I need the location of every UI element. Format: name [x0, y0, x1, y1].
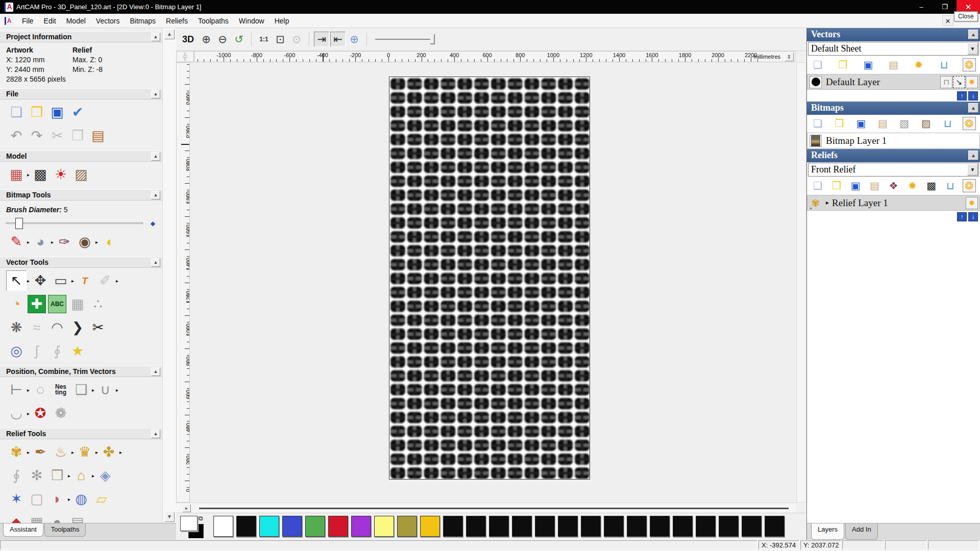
bitmap-layer-row[interactable]: Bitmap Layer 1: [807, 133, 980, 148]
collapse-position-button[interactable]: ▲: [151, 367, 160, 376]
open-model[interactable]: ❒: [27, 102, 47, 122]
bitmap-layer-name[interactable]: Bitmap Layer 1: [826, 135, 887, 146]
zoom-fit[interactable]: ⊡: [273, 32, 288, 47]
artwork-panel[interactable]: [389, 77, 590, 480]
greyscale-relief[interactable]: ▩: [925, 179, 938, 192]
create-rectangle-flyout-arrow[interactable]: ▸: [71, 278, 74, 284]
palette-swatch-7[interactable]: [374, 516, 394, 537]
two-rail-sweep[interactable]: ◈: [95, 465, 115, 486]
lock-layer[interactable]: ⊓: [940, 76, 952, 88]
flood-fill[interactable]: ◕: [30, 232, 51, 252]
relief-library[interactable]: ❒: [47, 465, 67, 486]
palette-swatch-10[interactable]: [443, 516, 463, 537]
offset-vector[interactable]: ❯: [67, 317, 88, 338]
free-sketch[interactable]: ≈: [27, 317, 47, 338]
redo[interactable]: ↷: [27, 126, 47, 146]
star-relief[interactable]: ✶: [6, 489, 27, 509]
move-relief-down-button[interactable]: ↓: [968, 212, 978, 221]
transform-vectors[interactable]: ✥: [30, 270, 51, 291]
drape-relief[interactable]: ◗: [47, 489, 67, 509]
relief-selector-dropdown-icon[interactable]: ▼: [967, 164, 978, 176]
fit-curve[interactable]: ∫: [27, 341, 47, 361]
smooth-curve[interactable]: ∮: [6, 465, 27, 486]
vector-layer-row[interactable]: Default Layer ⊓↘✹: [807, 74, 980, 90]
new-vector-layer[interactable]: ❏: [811, 58, 824, 71]
save-vector-layer[interactable]: ▣: [862, 58, 875, 71]
pick-colour[interactable]: ✑: [54, 232, 75, 252]
interlocking-twist[interactable]: ❁: [51, 403, 71, 423]
scroll-down-button[interactable]: ▼: [164, 512, 175, 522]
menu-reliefs[interactable]: Reliefs: [161, 15, 193, 27]
vector-layer-name[interactable]: Default Layer: [826, 77, 880, 88]
set-model-size-flyout-arrow[interactable]: ▸: [27, 172, 30, 178]
relief-preset-flyout-arrow[interactable]: ▸: [119, 449, 122, 455]
delete-relief-layer[interactable]: ⊔: [944, 179, 957, 192]
smooth-relief-flyout-arrow[interactable]: ▸: [71, 449, 74, 455]
sculpt[interactable]: ✾: [6, 442, 27, 462]
set-model-size[interactable]: ▦: [6, 164, 27, 185]
palette-swatch-24[interactable]: [765, 516, 785, 537]
create-cross[interactable]: ✚: [28, 295, 46, 313]
offset-relief[interactable]: ▱: [91, 489, 112, 509]
trim-vectors[interactable]: ✂: [88, 317, 108, 338]
palette-swatch-22[interactable]: [719, 516, 739, 537]
collapse-model-button[interactable]: ▲: [151, 152, 160, 161]
menu-model[interactable]: Model: [61, 15, 91, 27]
snap-layer[interactable]: ↘: [953, 76, 965, 88]
create-arc[interactable]: ◠: [47, 317, 67, 338]
pan-view[interactable]: ⊕: [347, 32, 362, 47]
palette-swatch-1[interactable]: [236, 516, 256, 537]
drawing-canvas[interactable]: [190, 62, 796, 503]
tab-add-in[interactable]: Add In: [845, 523, 878, 540]
palette-swatch-21[interactable]: [696, 516, 716, 537]
load-bitmap-image[interactable]: ▨: [71, 164, 91, 185]
sheet-selector-dropdown-icon[interactable]: ▼: [967, 43, 978, 55]
layer-visible-bulb[interactable]: ✹: [966, 76, 978, 88]
toggle-all-vector-layers[interactable]: ❂: [963, 58, 976, 71]
relief-library-flyout-arrow[interactable]: ▸: [68, 473, 70, 479]
tab-layers[interactable]: Layers: [811, 523, 844, 540]
create-rectangle[interactable]: ▭: [51, 270, 71, 291]
extrude-profile[interactable]: ◎: [6, 341, 27, 361]
collapse-project-information-button[interactable]: ▲: [151, 33, 160, 41]
dome-relief-tool[interactable]: ◓: [47, 512, 67, 523]
paint[interactable]: ✎: [6, 232, 27, 252]
open-relief-layer[interactable]: ❒: [830, 179, 843, 192]
palette-swatch-0[interactable]: [213, 516, 233, 537]
nesting[interactable]: Nes ting: [51, 380, 71, 400]
palette-swatch-17[interactable]: [604, 516, 624, 537]
open-bitmap-layer[interactable]: ❒: [832, 117, 846, 130]
undo[interactable]: ↶: [6, 126, 27, 146]
palette-swatch-9[interactable]: [420, 516, 440, 537]
primary-colour-swatch[interactable]: [180, 516, 198, 531]
palette-swatch-8[interactable]: [397, 516, 417, 537]
minimize-button[interactable]: –: [910, 0, 933, 14]
switch-to-3d-button[interactable]: 3D: [179, 33, 197, 46]
palette-swatch-14[interactable]: [535, 516, 555, 537]
join-vectors[interactable]: ◡: [6, 403, 27, 423]
relief-selector[interactable]: Front Relief ▼: [808, 163, 979, 177]
group-vectors-flyout-arrow[interactable]: ▸: [92, 387, 94, 393]
fade-slider-handle[interactable]: [430, 34, 435, 44]
horizontal-scrollbar[interactable]: ▸: [176, 503, 796, 513]
mirror-curve[interactable]: ∮: [47, 341, 67, 361]
zoom-out[interactable]: ⊖: [215, 32, 230, 47]
wrap-star[interactable]: ★: [67, 341, 88, 361]
import-bitmap[interactable]: ▤: [876, 117, 889, 130]
delete-bitmap-layer[interactable]: ⊔: [941, 117, 954, 130]
relief-stack[interactable]: ❖: [887, 179, 900, 192]
snap-to-grid[interactable]: ⇥: [314, 32, 329, 47]
assistant-panel-scrollbar[interactable]: ▲ ▼: [162, 28, 176, 523]
measure-flyout-arrow[interactable]: ▸: [116, 278, 118, 284]
save-model[interactable]: ▣: [47, 102, 67, 122]
align-vectors[interactable]: ⊢: [6, 380, 27, 400]
texture-weave[interactable]: ✻: [27, 465, 47, 486]
group-vectors[interactable]: ❑: [71, 380, 91, 400]
new-bitmap-layer[interactable]: ❏: [811, 117, 824, 130]
brush-diameter-slider[interactable]: ◆: [6, 218, 155, 229]
palette-swatch-3[interactable]: [282, 516, 302, 537]
move-layer-down-button[interactable]: ↓: [968, 91, 978, 101]
menu-toolpaths[interactable]: Toolpaths: [193, 15, 234, 27]
link-colours-icon[interactable]: ⧉: [199, 515, 203, 522]
model-properties[interactable]: ✔: [67, 102, 88, 122]
